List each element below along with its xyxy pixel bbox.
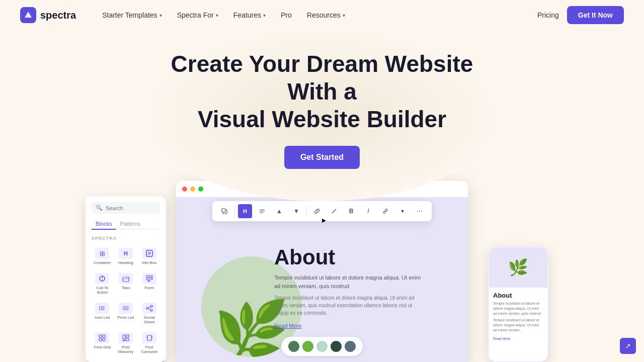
swatch-green[interactable] (302, 341, 313, 352)
svg-rect-13 (146, 276, 152, 277)
swatch-dark-teal[interactable] (331, 341, 342, 352)
block-item-call-to-action[interactable]: Call To Action (92, 270, 113, 298)
nav-item-pro[interactable]: Pro (275, 8, 298, 22)
block-item-info-box[interactable]: Info Box (138, 245, 160, 268)
block-item-form[interactable]: Form (138, 270, 160, 298)
read-more-link[interactable]: Read More (274, 323, 301, 329)
svg-rect-34 (123, 335, 125, 339)
toolbar-align-button[interactable] (255, 204, 269, 218)
toolbar-slash-button[interactable] (327, 204, 341, 218)
nav-item-resources[interactable]: Resources ▾ (301, 8, 351, 22)
toolbar-up-button[interactable]: ▲ (272, 204, 286, 218)
blocks-grid: ⊞ Container H Heading Info Box Call To A… (92, 245, 160, 357)
toolbar-heading-button[interactable]: H (238, 204, 252, 218)
container-icon: ⊞ (95, 248, 109, 259)
svg-point-27 (150, 309, 152, 311)
toolbar-dropdown-button[interactable]: ▾ (395, 204, 410, 218)
toolbar-more-button[interactable]: ⋯ (413, 204, 427, 218)
svg-point-21 (99, 309, 100, 310)
mockup-area: + + 🔍 Blocks Patterns SPECTRA ⊞ Containe… (45, 176, 599, 362)
svg-point-19 (99, 306, 100, 307)
logo-text: spectra (40, 10, 76, 21)
browser-window: H ▲ ▼ B I ▾ ⋯ ▸ � (176, 181, 468, 362)
editor-toolbar: H ▲ ▼ B I ▾ ⋯ (212, 201, 432, 221)
svg-rect-11 (123, 276, 125, 278)
about-text-primary: Tempor incididunt ut labore et dolore ma… (274, 274, 425, 290)
color-swatches (281, 337, 363, 356)
svg-point-20 (99, 308, 100, 309)
panel-tabs: Blocks Patterns (92, 219, 160, 230)
svg-rect-15 (147, 281, 150, 282)
chevron-down-icon: ▾ (263, 13, 266, 18)
about-text-secondary: Tempor incididunt ut labore et dolore ma… (274, 294, 425, 317)
chat-icon[interactable]: ↗ (620, 338, 636, 354)
form-icon (142, 273, 156, 284)
about-section: About Tempor incididunt ut labore et dol… (274, 245, 425, 329)
post-carousel-icon (142, 332, 156, 343)
svg-rect-35 (126, 335, 129, 337)
window-maximize-dot[interactable] (198, 187, 203, 192)
nav-item-features[interactable]: Features ▾ (227, 8, 272, 22)
svg-rect-31 (103, 335, 105, 337)
svg-point-25 (150, 305, 152, 307)
nav-item-starter-templates[interactable]: Starter Templates ▾ (96, 8, 168, 22)
block-item-post-carousel[interactable]: Post Carousel (138, 329, 160, 357)
mobile-card-read-more[interactable]: Read More (493, 337, 543, 340)
get-it-now-button[interactable]: Get It Now (567, 6, 624, 24)
nav-pricing[interactable]: Pricing (537, 11, 559, 19)
nav-item-spectra-for[interactable]: Spectra For ▾ (171, 8, 224, 22)
chevron-down-icon: ▾ (343, 13, 345, 18)
block-item-post-grid[interactable]: Post Grid (92, 329, 113, 357)
toolbar-copy-button[interactable] (217, 204, 231, 218)
nav-links: Starter Templates ▾ Spectra For ▾ Featur… (96, 8, 537, 22)
mobile-card-text: Tempor incididunt ut labore et dolore ma… (493, 301, 543, 316)
svg-line-29 (148, 309, 150, 310)
svg-rect-10 (123, 277, 129, 282)
nav-right: Pricing Get It Now (537, 6, 624, 24)
mobile-card-image: 🌿 (489, 247, 547, 288)
svg-line-48 (332, 209, 336, 213)
panel-section-label: SPECTRA (92, 236, 160, 241)
toolbar-bold-button[interactable]: B (344, 204, 358, 218)
block-item-icon-list[interactable]: Icon List (92, 300, 113, 327)
block-item-price-list[interactable]: Price List (115, 300, 137, 327)
block-item-post-masonry[interactable]: Post Masonry (115, 329, 137, 357)
swatch-dark-green[interactable] (288, 341, 299, 352)
svg-rect-30 (99, 335, 102, 337)
block-item-social-share[interactable]: Social Share (138, 300, 160, 327)
block-item-heading[interactable]: H Heading (115, 245, 137, 268)
toolbar-down-button[interactable]: ▼ (289, 204, 303, 218)
window-close-dot[interactable] (182, 187, 187, 192)
svg-point-26 (146, 307, 148, 309)
call-to-action-icon (95, 273, 109, 284)
tab-blocks[interactable]: Blocks (92, 219, 116, 230)
tab-patterns[interactable]: Patterns (116, 219, 144, 230)
search-icon: 🔍 (96, 205, 103, 211)
svg-rect-38 (147, 335, 151, 340)
toolbar-italic-button[interactable]: I (361, 204, 375, 218)
chevron-down-icon: ▾ (159, 13, 162, 18)
hero-headline: Create Your Dream Website With a Visual … (146, 50, 498, 134)
block-item-container[interactable]: ⊞ Container (92, 245, 113, 268)
block-item-tabs[interactable]: Tabs (115, 270, 137, 298)
swatch-slate[interactable] (345, 341, 356, 352)
search-input[interactable] (106, 205, 156, 211)
heading-icon: H (119, 248, 133, 259)
social-share-icon (142, 303, 156, 314)
svg-point-9 (102, 280, 103, 281)
svg-rect-33 (103, 338, 105, 341)
post-masonry-icon (119, 332, 133, 343)
panel-search-box[interactable]: 🔍 (92, 202, 160, 214)
about-title: About (274, 245, 335, 269)
post-grid-icon (95, 332, 109, 343)
price-list-icon (119, 303, 133, 314)
toolbar-divider (234, 206, 235, 216)
get-started-button[interactable]: Get Started (284, 146, 360, 169)
window-minimize-dot[interactable] (190, 187, 195, 192)
toolbar-url-button[interactable] (378, 204, 392, 218)
toolbar-divider (306, 206, 307, 216)
logo[interactable]: spectra (20, 7, 76, 23)
hero-section: Create Your Dream Website With a Visual … (0, 30, 644, 179)
toolbar-link-button[interactable] (310, 204, 324, 218)
swatch-light-green[interactable] (316, 341, 328, 352)
